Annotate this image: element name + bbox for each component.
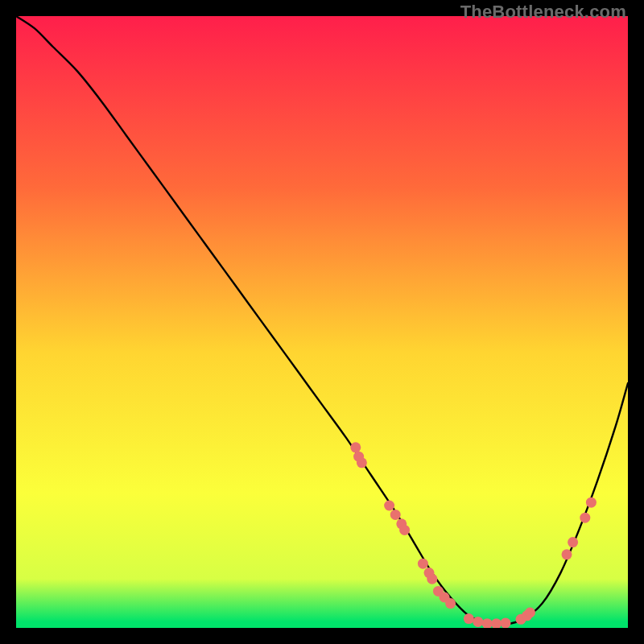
bottleneck-chart	[16, 16, 628, 628]
chart-frame	[16, 16, 628, 628]
curve-marker	[427, 574, 437, 584]
watermark-text: TheBottleneck.com	[460, 2, 626, 23]
gradient-background	[16, 16, 628, 628]
curve-marker	[357, 457, 367, 468]
curve-marker	[384, 501, 394, 511]
curve-marker	[580, 513, 590, 523]
curve-marker	[525, 608, 535, 618]
curve-marker	[501, 617, 511, 628]
curve-marker	[473, 617, 483, 627]
curve-marker	[390, 510, 401, 520]
curve-marker	[464, 613, 474, 624]
curve-marker	[586, 497, 597, 508]
curve-marker	[399, 525, 410, 535]
curve-marker	[350, 442, 361, 452]
curve-marker	[445, 598, 456, 609]
curve-marker	[568, 537, 578, 547]
curve-marker	[562, 549, 572, 559]
curve-marker	[418, 559, 428, 569]
